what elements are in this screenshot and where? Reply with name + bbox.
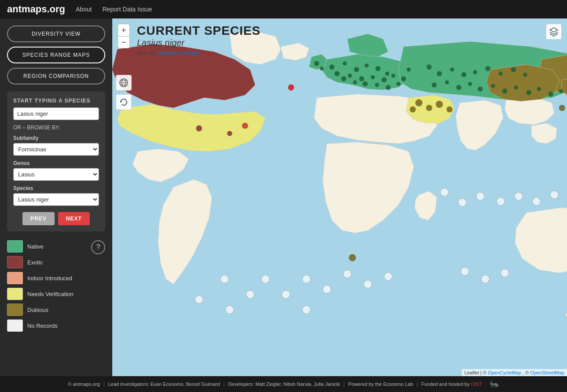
svg-point-11 (376, 66, 381, 71)
diversity-view-button[interactable]: DIVERSITY VIEW (7, 26, 105, 42)
globe-button[interactable] (116, 75, 132, 91)
svg-point-25 (353, 81, 357, 84)
svg-point-24 (363, 81, 368, 87)
openstreetmap-link[interactable]: OpenStreetMap (530, 370, 564, 375)
svg-point-80 (497, 198, 505, 206)
svg-point-15 (371, 75, 375, 79)
layers-button[interactable] (546, 24, 562, 40)
zoom-out-button[interactable]: − (118, 36, 130, 48)
dubious-label: Dubious (27, 307, 48, 313)
legend-item-no-records: No Records (7, 319, 105, 332)
prev-button[interactable]: PREV (22, 212, 55, 225)
svg-point-81 (515, 192, 523, 201)
species-search-input[interactable] (13, 107, 99, 120)
svg-point-45 (514, 85, 518, 89)
svg-point-83 (550, 191, 559, 199)
svg-point-17 (391, 73, 395, 77)
svg-point-31 (450, 67, 454, 71)
svg-point-64 (242, 123, 248, 129)
needs-verification-label: Needs Verification (27, 291, 74, 297)
svg-point-66 (246, 290, 254, 299)
oist-link[interactable]: OIST (471, 381, 482, 387)
opencyclemap-link[interactable]: OpenCycleMap (488, 370, 521, 375)
svg-point-9 (354, 67, 359, 72)
svg-point-71 (302, 275, 311, 283)
genus-select[interactable]: Lasius (13, 168, 99, 181)
footer-developers: Developers: Matt Ziegler, Nitish Narula,… (228, 381, 340, 387)
svg-point-79 (476, 192, 485, 201)
svg-point-74 (343, 270, 352, 278)
svg-point-46 (526, 90, 531, 95)
svg-point-12 (385, 72, 389, 76)
legend-item-exotic: Exotic (7, 256, 105, 268)
svg-point-37 (523, 73, 527, 77)
svg-point-72 (302, 306, 311, 314)
svg-point-61 (288, 84, 294, 91)
svg-point-35 (499, 72, 503, 76)
region-comparison-button[interactable]: REGION COMPARISON (7, 68, 105, 84)
layers-icon (549, 27, 559, 37)
exotic-swatch (7, 256, 23, 268)
map-legend: Native ? Exotic Indoor Introduced Needs … (7, 240, 105, 335)
legend-help-button[interactable]: ? (91, 240, 105, 254)
world-map (112, 18, 567, 376)
svg-point-60 (349, 254, 356, 261)
map-area[interactable]: + − (112, 18, 567, 376)
svg-point-8 (342, 62, 346, 66)
svg-point-44 (502, 88, 508, 94)
no-records-swatch (7, 319, 23, 332)
svg-point-10 (364, 63, 368, 67)
indoor-swatch (7, 272, 23, 284)
indoor-label: Indoor Introduced (27, 275, 72, 282)
svg-point-22 (386, 85, 391, 90)
svg-point-88 (481, 275, 490, 283)
svg-point-13 (348, 73, 352, 77)
nav-report-data-issue[interactable]: Report Data Issue (103, 6, 152, 13)
svg-point-68 (261, 275, 270, 283)
svg-point-77 (440, 188, 449, 197)
exotic-label: Exotic (27, 259, 43, 266)
antweb-link[interactable]: AntWeb (158, 50, 178, 56)
zoom-in-button[interactable]: + (118, 24, 130, 36)
svg-point-21 (396, 82, 400, 86)
native-swatch (7, 240, 23, 253)
svg-point-52 (436, 101, 443, 108)
svg-point-87 (461, 267, 469, 276)
svg-point-49 (559, 89, 563, 93)
svg-point-27 (314, 61, 319, 66)
antwiki-link[interactable]: AntWiki (180, 50, 199, 56)
legend-row-native: Native ? (7, 240, 105, 256)
legend-item-dubious: Dubious (7, 304, 105, 316)
nav-about[interactable]: About (76, 6, 92, 13)
svg-point-67 (226, 306, 234, 314)
ant-logo-icon: 🐜 (489, 379, 499, 389)
svg-point-73 (323, 285, 331, 293)
svg-point-50 (415, 99, 422, 106)
svg-point-34 (486, 66, 491, 71)
species-select[interactable]: Lasius niger (13, 193, 99, 206)
footer: © antmaps.org | Lead Investigators: Evan… (0, 376, 567, 392)
next-button[interactable]: NEXT (58, 212, 90, 225)
zoom-controls: + − (118, 24, 130, 48)
svg-point-51 (426, 105, 432, 111)
legend-item-indoor: Indoor Introduced (7, 272, 105, 284)
svg-marker-5 (550, 28, 558, 32)
no-records-label: No Records (27, 322, 58, 329)
refresh-button[interactable] (116, 94, 132, 110)
svg-point-82 (532, 198, 541, 206)
browse-section-title: START TYPING A SPECIES (13, 98, 99, 104)
species-range-maps-button[interactable]: SPECIES RANGE MAPS (7, 47, 105, 63)
svg-point-38 (432, 82, 437, 88)
svg-point-19 (407, 67, 411, 71)
svg-point-54 (410, 106, 416, 113)
subfamily-select[interactable]: Formicinae (13, 143, 99, 156)
svg-point-89 (501, 269, 509, 277)
svg-point-20 (335, 71, 340, 77)
svg-point-47 (537, 87, 541, 91)
svg-point-55 (559, 105, 565, 111)
svg-point-65 (221, 275, 229, 283)
svg-point-28 (320, 66, 324, 70)
svg-point-69 (195, 295, 203, 304)
svg-point-62 (196, 125, 202, 132)
legend-item-needs-verification: Needs Verification (7, 288, 105, 300)
